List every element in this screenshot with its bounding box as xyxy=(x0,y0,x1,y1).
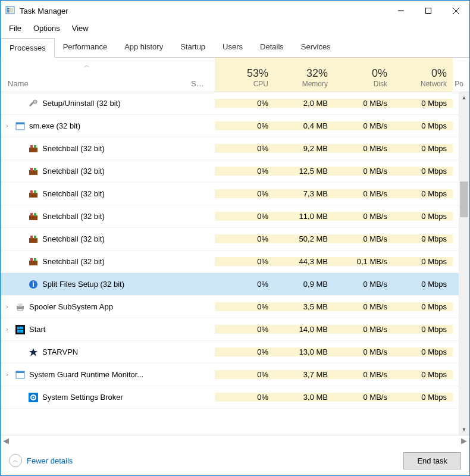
svg-rect-38 xyxy=(17,330,20,333)
minimize-button[interactable] xyxy=(387,1,415,21)
process-disk: 0 MB/s xyxy=(334,370,393,379)
table-row[interactable]: ›Start0%14,0 MB0 MB/s0 Mbps xyxy=(1,318,469,341)
col-status[interactable]: S… xyxy=(191,58,215,92)
process-icon xyxy=(27,189,40,199)
table-row[interactable]: Snetchball (32 bit)0%11,0 MB0 MB/s0 Mbps xyxy=(1,205,469,228)
col-power[interactable]: Po xyxy=(453,58,469,92)
process-memory: 3,0 MB xyxy=(274,393,334,402)
process-icon xyxy=(27,257,40,267)
tab-performance[interactable]: Performance xyxy=(55,37,116,57)
col-disk[interactable]: 0% Disk xyxy=(334,58,393,92)
scroll-right-icon[interactable]: ▶ xyxy=(461,436,467,445)
fewer-details-button[interactable]: ︿ Fewer details xyxy=(9,454,73,467)
process-disk: 0 MB/s xyxy=(334,212,393,221)
svg-rect-42 xyxy=(16,371,24,373)
svg-rect-22 xyxy=(30,213,33,216)
table-row[interactable]: Snetchball (32 bit)0%50,2 MB0 MB/s0 Mbps xyxy=(1,228,469,250)
process-cpu: 0% xyxy=(215,257,274,266)
process-cpu: 0% xyxy=(215,370,274,379)
table-row[interactable]: ›Spooler SubSystem App0%3,5 MB0 MB/s0 Mb… xyxy=(1,296,469,318)
scroll-down-icon[interactable]: ▼ xyxy=(459,424,469,435)
horizontal-scrollbar[interactable]: ◀ ▶ xyxy=(1,435,469,446)
col-memory[interactable]: 32% Memory xyxy=(274,58,334,92)
svg-rect-37 xyxy=(20,327,23,329)
scroll-up-icon[interactable]: ▲ xyxy=(459,92,469,103)
process-disk: 0 MB/s xyxy=(334,167,393,176)
table-row[interactable]: Snetchball (32 bit)0%12,5 MB0 MB/s0 Mbps xyxy=(1,160,469,183)
svg-rect-26 xyxy=(34,236,36,239)
process-name: Snetchball (32 bit) xyxy=(40,144,191,153)
process-icon xyxy=(27,144,40,154)
tab-startup[interactable]: Startup xyxy=(172,37,214,57)
svg-rect-1 xyxy=(7,8,10,9)
table-row[interactable]: ›System Guard Runtime Monitor...0%3,7 MB… xyxy=(1,364,469,386)
svg-rect-12 xyxy=(29,148,37,152)
table-row[interactable]: Snetchball (32 bit)0%9,2 MB0 MB/s0 Mbps xyxy=(1,137,469,160)
process-icon xyxy=(27,212,40,221)
maximize-button[interactable] xyxy=(415,1,442,21)
process-icon xyxy=(14,121,27,131)
expand-icon[interactable]: › xyxy=(1,123,14,129)
scroll-thumb[interactable] xyxy=(460,181,468,217)
footer: ︿ Fewer details End task xyxy=(1,446,469,475)
svg-rect-36 xyxy=(17,327,20,329)
process-name: Snetchball (32 bit) xyxy=(40,212,191,221)
process-memory: 7,3 MB xyxy=(274,189,334,198)
process-cpu: 0% xyxy=(215,212,274,221)
sort-caret-icon: ︿ xyxy=(84,61,90,70)
window: Task Manager File Options View Processes… xyxy=(0,0,470,476)
col-cpu-label: CPU xyxy=(215,80,268,88)
col-cpu[interactable]: 53% CPU xyxy=(215,58,274,92)
tabrow: Processes Performance App history Startu… xyxy=(1,37,469,58)
col-name-label: Name xyxy=(8,79,185,88)
expand-icon[interactable]: › xyxy=(1,326,14,333)
svg-rect-24 xyxy=(29,238,37,243)
svg-rect-14 xyxy=(34,145,36,148)
table-row[interactable]: Snetchball (32 bit)0%44,3 MB0,1 MB/s0 Mb… xyxy=(1,250,469,273)
process-name: Snetchball (32 bit) xyxy=(40,234,191,243)
process-icon xyxy=(14,325,27,334)
table-row[interactable]: Snetchball (32 bit)0%7,3 MB0 MB/s0 Mbps xyxy=(1,183,469,205)
process-name: Start xyxy=(27,325,191,334)
app-icon xyxy=(5,6,15,15)
menu-view[interactable]: View xyxy=(67,23,93,34)
tab-users[interactable]: Users xyxy=(214,37,252,57)
svg-rect-27 xyxy=(29,261,37,265)
tab-processes[interactable]: Processes xyxy=(1,38,55,58)
col-network[interactable]: 0% Network xyxy=(393,58,453,92)
menu-file[interactable]: File xyxy=(4,23,26,34)
process-network: 0 Mbps xyxy=(393,325,453,334)
table-row[interactable]: ›sm.exe (32 bit)0%0,4 MB0 MB/s0 Mbps xyxy=(1,115,469,137)
table-row[interactable]: System Settings Broker0%3,0 MB0 MB/s0 Mb… xyxy=(1,386,469,409)
scroll-left-icon[interactable]: ◀ xyxy=(3,436,9,445)
process-network: 0 Mbps xyxy=(393,280,453,289)
svg-text:i: i xyxy=(32,280,35,289)
svg-rect-25 xyxy=(30,236,33,239)
tab-services[interactable]: Services xyxy=(293,37,340,57)
process-name: Snetchball (32 bit) xyxy=(40,257,191,266)
tab-details[interactable]: Details xyxy=(252,37,293,57)
tab-app-history[interactable]: App history xyxy=(116,37,172,57)
process-icon xyxy=(27,393,40,402)
vertical-scrollbar[interactable]: ▲ ▼ xyxy=(459,92,469,435)
process-network: 0 Mbps xyxy=(393,257,453,266)
process-name: System Guard Runtime Monitor... xyxy=(27,370,191,379)
col-disk-label: Disk xyxy=(334,80,387,88)
end-task-button[interactable]: End task xyxy=(403,452,461,469)
process-disk: 0 MB/s xyxy=(334,121,393,130)
expand-icon[interactable]: › xyxy=(1,371,14,378)
process-memory: 0,9 MB xyxy=(274,280,334,289)
menu-options[interactable]: Options xyxy=(29,23,65,34)
svg-rect-19 xyxy=(30,190,33,193)
table-row[interactable]: Setup/Uninstall (32 bit)0%2,0 MB0 MB/s0 … xyxy=(1,92,469,115)
col-name[interactable]: ︿ Name xyxy=(1,58,191,92)
titlebar[interactable]: Task Manager xyxy=(1,1,469,21)
process-network: 0 Mbps xyxy=(393,234,453,243)
expand-icon[interactable]: › xyxy=(1,303,14,310)
table-row[interactable]: iSplit Files Setup (32 bit)0%0,9 MB0 MB/… xyxy=(1,273,469,296)
process-disk: 0 MB/s xyxy=(334,280,393,289)
close-button[interactable] xyxy=(442,1,469,21)
col-network-label: Network xyxy=(393,80,447,88)
svg-rect-4 xyxy=(10,8,13,12)
table-row[interactable]: STARVPN0%13,0 MB0 MB/s0 Mbps xyxy=(1,341,469,364)
